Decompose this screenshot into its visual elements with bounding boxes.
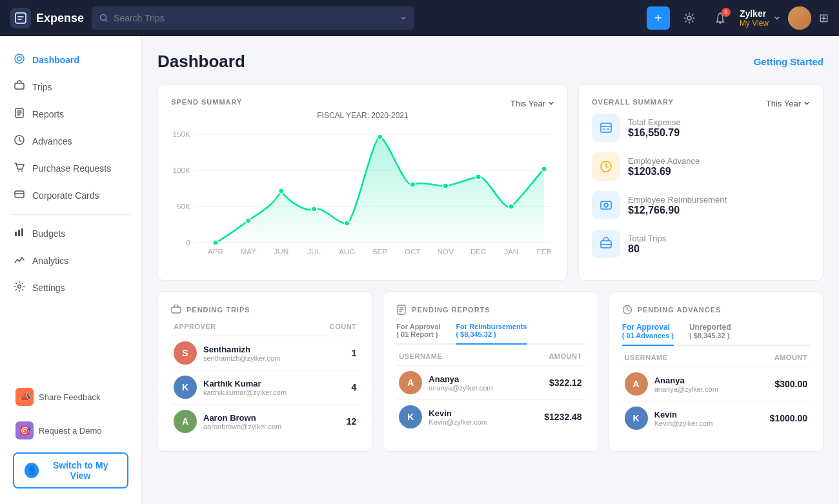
overall-summary-filter[interactable]: This Year [766,99,810,108]
svg-rect-47 [601,201,611,209]
svg-point-28 [377,134,382,139]
spend-summary-header: SPEND SUMMARY This Year [171,98,554,108]
sidebar-item-trips[interactable]: Trips [0,74,141,101]
grid-icon[interactable]: ⊞ [819,11,829,25]
request-demo-button[interactable]: 🎯 Request a Demo [8,416,134,445]
pending-trips-rows: S Senthamizh senthamizh@zylker.com 1 K K… [171,336,359,438]
svg-point-29 [410,182,415,187]
user-name: Karthik Kumar [203,379,287,388]
sidebar-item-advances[interactable]: Advances [0,128,141,155]
pending-trips-table-header: APPROVER COUNT [171,323,359,330]
sidebar-item-budgets[interactable]: Budgets [0,220,141,247]
trips-icon [13,80,26,94]
reports-tab-approval-sub: ( 01 Report ) [396,330,440,338]
avatar[interactable] [788,6,811,30]
user-email: ananya@zylker.com [429,384,492,392]
overall-summary-title: OVERALL SUMMARY [592,98,674,106]
svg-point-48 [604,203,608,207]
table-row: A Ananya ananya@zylker.com $300.00 [622,367,810,401]
user-email: Kevin@zylker.com [429,418,487,426]
total-trips-value: 80 [628,243,666,255]
total-expense-info: Total Expense $16,550.79 [628,117,681,139]
svg-rect-10 [15,191,24,197]
reports-tab-reimburse[interactable]: For Reimbursements ( $8,345.32 ) [456,323,527,345]
purchase-requests-icon [13,161,26,176]
switch-view-button[interactable]: 👤 Switch to My View [13,452,128,489]
svg-rect-0 [15,13,26,23]
total-trips-info: Total Trips 80 [628,234,666,255]
avatar: A [399,371,422,394]
sidebar-item-purchase-requests[interactable]: Purchase Requests [0,155,141,182]
dashboard-bottom-row: PENDING TRIPS APPROVER COUNT S Senthamiz… [157,291,824,452]
overall-summary-header: OVERALL SUMMARY This Year [592,98,810,108]
svg-point-23 [213,240,218,245]
svg-text:AUG: AUG [339,248,355,256]
user-name: Aaron Brown [203,413,281,423]
user-info: Karthik Kumar karthik.kumar@zylker.com [203,379,287,396]
switch-view-icon: 👤 [25,463,39,478]
user-profile[interactable]: Zylker My View [740,8,780,28]
svg-text:NOV: NOV [438,248,454,256]
pending-reports-card: PENDING REPORTS For Approval ( 01 Report… [383,291,598,452]
user-name: Zylker [740,8,769,19]
avatar: K [625,407,648,430]
request-demo-icon: 🎯 [15,421,34,439]
svg-point-24 [246,218,251,223]
total-expense-value: $16,550.79 [628,127,681,139]
employee-reimburse-value: $12,766.90 [628,205,727,216]
spend-summary-filter[interactable]: This Year [510,99,554,108]
user-name: Senthamizh [203,345,280,354]
summary-item-total-expense: Total Expense $16,550.79 [592,114,810,142]
svg-point-32 [509,204,514,209]
svg-rect-12 [18,230,20,236]
user-chevron-icon [774,15,780,21]
svg-point-33 [541,166,547,172]
table-row: A Ananya ananya@zylker.com $322.12 [396,365,584,399]
user-email: karthik.kumar@zylker.com [203,388,287,396]
svg-point-4 [17,57,21,61]
svg-text:MAY: MAY [241,248,257,256]
table-row: K Kevin Kevin@zylker.com $1232.48 [396,399,584,434]
advance-amount: $300.00 [774,379,807,389]
sidebar-item-analytics[interactable]: Analytics [0,247,141,274]
employee-reimburse-icon [592,191,620,219]
getting-started-link[interactable]: Getting Started [754,56,824,67]
top-navigation: Expense + 6 Zylker [0,0,839,36]
share-feedback-button[interactable]: 📣 Share Feedback [8,383,134,411]
advances-tab-unreported[interactable]: Unreported ( $8,345.32 ) [689,323,731,345]
pending-advances-rows: A Ananya ananya@zylker.com $300.00 K Kev… [622,367,810,435]
logo-icon [10,8,31,28]
svg-rect-45 [601,123,611,132]
employee-reimburse-info: Employee Reimbursement $12,766.90 [628,195,727,216]
svg-text:FEB: FEB [537,248,552,256]
advances-tab-approval-label: For Approval [622,323,674,332]
user-email: senthamizh@zylker.com [203,354,280,362]
avatar-image [788,6,811,30]
search-input[interactable] [114,13,395,23]
sidebar-item-reports[interactable]: Reports [0,101,141,128]
sidebar-item-dashboard[interactable]: Dashboard [0,46,141,74]
search-bar[interactable] [92,6,414,30]
spend-summary-chart: 150K 100K 50K 0 [171,125,554,267]
settings-button[interactable] [678,6,701,30]
user-view: My View [740,19,769,28]
svg-text:50K: 50K [177,203,190,210]
svg-point-25 [279,188,284,194]
trip-count: 4 [352,382,357,392]
sidebar-item-settings[interactable]: Settings [0,274,141,301]
add-button[interactable]: + [647,6,670,30]
notifications-button[interactable]: 6 [709,6,732,30]
main-content: Dashboard Getting Started SPEND SUMMARY … [142,36,839,504]
reports-tab-approval[interactable]: For Approval ( 01 Report ) [396,323,440,343]
user-email: aaronbrown@zylker.com [203,423,281,430]
advances-tab-approval[interactable]: For Approval ( 01 Advances ) [622,323,674,346]
employee-advance-value: $1203.69 [628,166,700,177]
report-amount: $1232.48 [544,412,581,422]
user-info: Aaron Brown aaronbrown@zylker.com [203,413,281,430]
sidebar-corporate-cards-label: Corporate Cards [32,190,99,201]
reports-tab-reimburse-label: For Reimbursements [456,323,527,330]
user-name: Ananya [654,376,718,385]
advances-tab-unreported-sub: ( $8,345.32 ) [689,332,731,339]
pending-reports-title: PENDING REPORTS [396,305,584,315]
sidebar-item-corporate-cards[interactable]: Corporate Cards [0,182,141,209]
